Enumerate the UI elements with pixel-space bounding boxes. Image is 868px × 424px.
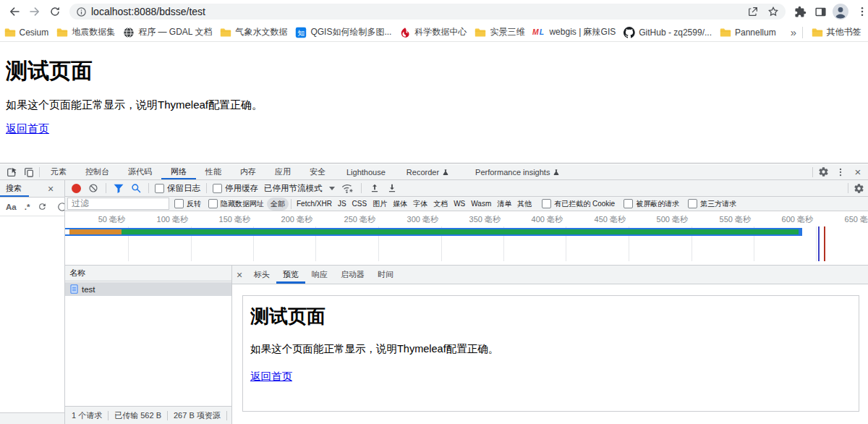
bookmark-item[interactable]: Cesium (0, 27, 53, 38)
device-toolbar-button[interactable] (20, 164, 38, 180)
refresh-icon[interactable] (38, 202, 47, 211)
back-button[interactable] (4, 1, 25, 22)
bookmark-item[interactable]: 科学数据中心 (396, 26, 471, 38)
profile-avatar[interactable] (830, 1, 851, 22)
bookmarks-overflow-button[interactable]: » (788, 26, 798, 38)
network-search-button[interactable] (127, 180, 145, 196)
bookmark-item[interactable]: 知 QGIS如何绘制多图... (292, 26, 396, 38)
blocked-cookies-checkbox[interactable]: 有已拦截的 Cookie (542, 199, 615, 209)
detail-close-button[interactable]: × (233, 267, 246, 283)
tab-search[interactable]: 搜索 (0, 180, 29, 197)
bookmark-item[interactable]: 程序 — GDAL 文档 (119, 26, 216, 38)
third-party-checkbox[interactable]: 第三方请求 (688, 199, 736, 209)
bookmark-item[interactable]: 地震数据集 (53, 26, 119, 38)
svg-text:M: M (532, 28, 539, 36)
request-row-selected[interactable]: test (65, 282, 231, 296)
back-home-link[interactable]: 返回首页 (6, 122, 49, 136)
filter-type[interactable]: JS (338, 200, 346, 208)
reload-button[interactable] (45, 1, 65, 22)
tab-application[interactable]: 应用 (265, 164, 300, 179)
clear-icon[interactable] (57, 202, 65, 212)
side-panel-button[interactable] (810, 1, 830, 22)
bookmark-label: webgis | 麻辣GIS (549, 26, 616, 38)
import-har-button[interactable] (366, 180, 383, 196)
share-icon (747, 6, 759, 17)
filter-type[interactable]: Fetch/XHR (297, 200, 332, 208)
filter-type[interactable]: 媒体 (393, 199, 407, 209)
tab-performance[interactable]: 性能 (196, 164, 231, 179)
filter-input[interactable]: 过滤 (67, 198, 169, 210)
network-overview[interactable]: 50 毫秒 100 毫秒 150 毫秒 200 毫秒 250 毫秒 300 毫秒… (65, 211, 868, 266)
bookmark-item[interactable]: Pannellum (715, 27, 780, 38)
tab-elements[interactable]: 元素 (41, 164, 76, 179)
site-info-icon[interactable] (76, 7, 87, 17)
disable-cache-checkbox[interactable]: 停用缓存 (213, 183, 258, 194)
tab-sources[interactable]: 源代码 (119, 164, 161, 179)
ruler-label: 650 毫秒 (845, 214, 868, 225)
bookmark-label: 地震数据集 (72, 26, 115, 38)
filter-button[interactable] (110, 180, 127, 196)
bookmark-item[interactable]: 实景三维 (471, 26, 529, 38)
search-close-button[interactable]: × (48, 183, 54, 195)
tab-response[interactable]: 响应 (305, 266, 334, 284)
invert-checkbox[interactable]: 反转 (174, 199, 201, 209)
clear-network-log-button[interactable] (85, 180, 102, 196)
tab-performance-insights[interactable]: Performance insights (466, 164, 569, 179)
hide-data-urls-checkbox[interactable]: 隐藏数据网址 (208, 199, 264, 209)
throttling-select[interactable]: 已停用节流模式 (264, 183, 335, 194)
tab-label: 搜索 (6, 183, 22, 194)
preserve-log-checkbox[interactable]: 保留日志 (155, 183, 200, 194)
match-case-toggle[interactable]: Aa (6, 203, 17, 211)
filter-type[interactable]: 文档 (433, 199, 448, 209)
devtools-menu-button[interactable] (832, 164, 849, 180)
tab-console[interactable]: 控制台 (76, 164, 119, 179)
toolbar-divider (848, 183, 848, 193)
tab-recorder[interactable]: Recorder (397, 164, 459, 179)
toolbar-divider (106, 183, 106, 193)
name-column-header[interactable]: 名称 (65, 266, 231, 281)
preview-back-home-link[interactable]: 返回首页 (250, 370, 292, 383)
bookmark-item[interactable]: 气象水文数据 (216, 26, 292, 38)
browser-menu-button[interactable] (852, 1, 868, 22)
tab-timing[interactable]: 时间 (371, 266, 400, 284)
tab-network[interactable]: 网络 (161, 164, 196, 179)
extensions-button[interactable] (790, 1, 810, 22)
devtools-close-button[interactable]: × (849, 164, 867, 180)
inspect-element-button[interactable] (3, 164, 20, 180)
tab-label: 标头 (254, 269, 270, 280)
tab-headers[interactable]: 标头 (247, 266, 276, 284)
filter-type[interactable]: WS (454, 200, 465, 208)
filter-type-all[interactable]: 全部 (267, 198, 289, 211)
bookmark-star-button[interactable] (763, 1, 783, 22)
filter-type[interactable]: 图片 (373, 199, 387, 209)
overview-bar-connecting (69, 229, 122, 234)
tab-lighthouse[interactable]: Lighthouse (337, 164, 395, 179)
network-settings-button[interactable] (850, 180, 867, 196)
tab-security[interactable]: 安全 (300, 164, 335, 179)
tab-preview[interactable]: 预览 (276, 266, 305, 284)
regex-toggle[interactable]: .* (25, 203, 30, 211)
filter-type[interactable]: CSS (352, 200, 367, 208)
tab-memory[interactable]: 内存 (231, 164, 265, 179)
filter-type[interactable]: 其他 (517, 199, 532, 209)
load-event-line (824, 226, 825, 261)
record-button[interactable] (67, 180, 85, 196)
bookmark-item[interactable]: GitHub - zq2599/... (620, 27, 716, 38)
other-bookmarks-folder[interactable]: 其他书签 (807, 26, 865, 38)
filter-type[interactable]: 字体 (413, 199, 427, 209)
summary-request-count: 1 个请求 (72, 410, 102, 421)
filter-type[interactable]: 清单 (497, 199, 511, 209)
devtools-settings-button[interactable] (814, 164, 832, 180)
blocked-requests-checkbox[interactable]: 被屏蔽的请求 (624, 199, 679, 209)
search-toolbar: Aa .* (0, 198, 64, 216)
share-button[interactable] (743, 1, 763, 22)
bookmark-item[interactable]: ML webgis | 麻辣GIS (529, 26, 620, 38)
forward-arrow-icon (28, 5, 41, 18)
export-har-button[interactable] (383, 180, 401, 196)
network-conditions-button[interactable] (339, 180, 357, 196)
forward-button[interactable] (25, 1, 45, 22)
tab-label: Performance insights (475, 168, 550, 177)
filter-type[interactable]: Wasm (471, 200, 491, 208)
url-bar[interactable]: localhost:8088/bdsse/test (69, 4, 786, 20)
tab-initiator[interactable]: 启动器 (334, 266, 371, 284)
